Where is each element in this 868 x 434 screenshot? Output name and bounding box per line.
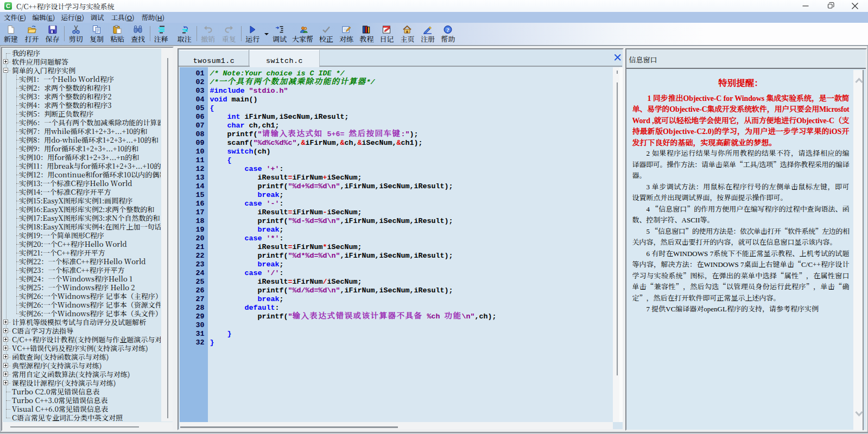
svg-text:C: C — [6, 3, 10, 9]
svg-text:?: ? — [446, 27, 449, 33]
